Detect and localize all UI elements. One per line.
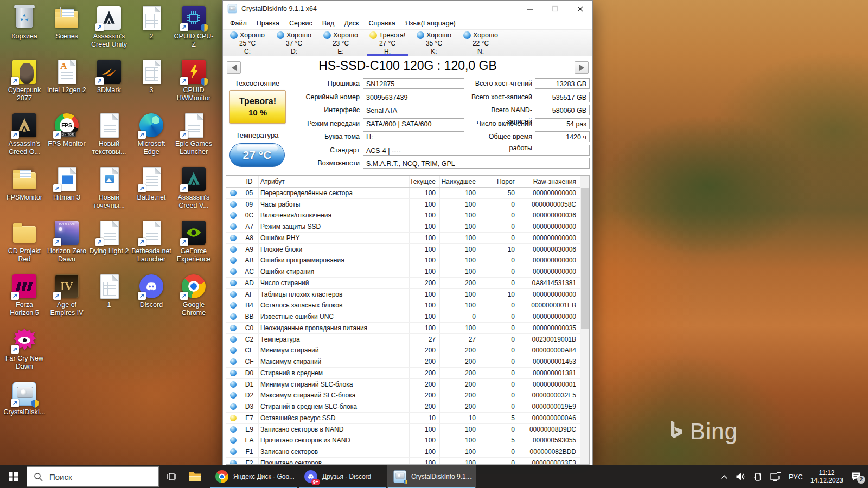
desktop-icon-chrome[interactable]: Google Chrome [173,272,215,325]
desktop-icon-nvidia[interactable]: GeForce Experience [173,218,215,272]
drive-tab-H[interactable]: Тревога!27 °CH: [364,30,411,56]
smart-row[interactable]: C2Температура2727000230019001B [226,334,589,345]
desktop-icon-doc-a[interactable]: Aintel 12gen 2 [46,57,88,111]
minimize-button[interactable] [518,1,542,17]
action-center-button[interactable]: 2 [851,472,861,481]
drive-tab-N[interactable]: Хорошо22 °CN: [457,30,504,56]
clock[interactable]: 11:12 14.12.2023 [810,469,843,484]
search-input[interactable] [48,472,143,482]
taskbar-button-discord[interactable]: 9+Друзья - Discord [298,465,387,488]
network-button[interactable] [770,472,781,481]
desktop-icon-discord[interactable]: Discord [130,272,173,325]
desktop-icon-doc-win[interactable]: Hitman 3 [46,164,88,218]
desktop-icon-hzd[interactable]: Horizon Zero Dawn [46,218,88,272]
temperature-button[interactable]: 27 °C [229,143,285,167]
desktop-icon-cdi[interactable]: CrystalDiskI... [3,379,46,433]
desktop-icon-cpuz[interactable]: CPUID CPU-Z [173,3,215,57]
desktop-icon-folder-docs[interactable]: FPSMonitor [3,164,46,218]
desktop-icon-doc[interactable]: Bethesda.net Launcher [130,218,173,272]
language-indicator[interactable]: РУС [789,473,803,481]
menu-item-[interactable]: Диск [339,20,363,27]
task-view-button[interactable] [159,465,183,488]
smart-row[interactable]: F2Прочитано секторов10010000000000033E3 [226,458,589,465]
close-button[interactable] [567,1,592,17]
smart-row[interactable]: D1Минимум стираний SLC-блока200200000000… [226,379,589,390]
next-drive-button[interactable] [575,61,589,74]
desktop-icon-doc[interactable]: Новый текстовы... [88,111,130,164]
desktop-icon-ac-white[interactable]: Assassin's Creed Unity [88,3,130,57]
desktop-icon-cp77[interactable]: Cyberpunk 2077 [3,57,46,111]
drive-tab-D[interactable]: Хорошо37 °CD: [271,30,317,56]
smart-row[interactable]: AFТаблицы плохих кластеров10010010000000… [226,289,589,300]
menu-item-[interactable]: Файл [225,20,252,27]
volume-button[interactable] [736,472,746,481]
desktop-icon-doc-grid[interactable]: 3 [130,57,173,111]
smart-row[interactable]: E9Записано секторов в NAND10010000000000… [226,424,589,435]
smart-row[interactable]: A8Ошибки PHY1001000000000000000 [226,233,589,244]
smart-row[interactable]: E7Оставшийся ресурс SSD101050000000000A6 [226,413,589,424]
smart-attribute-table: ID Атрибут Текущее Наихудшее Порог Raw-з… [226,175,590,465]
previous-drive-button[interactable] [227,61,241,74]
drive-tab-C[interactable]: Хорошо25 °CC: [224,30,271,56]
shortcut-arrow-icon [53,184,61,192]
smart-row[interactable]: A7Режим защиты SSD1001000000000000000 [226,221,589,233]
desktop-icon-ac-teal[interactable]: Assassin's Creed V... [173,164,215,218]
drive-tab-E[interactable]: Хорошо23 °CE: [317,30,364,56]
desktop-icon-ac-gold[interactable]: Assassin's Creed O... [3,111,46,164]
smart-row[interactable]: F1Записано секторов1001000000000082BDD [226,446,589,458]
desktop-icon-aoe[interactable]: IVAge of Empires IV [46,272,88,325]
smart-row[interactable]: D2Максимум стираний SLC-блока20020000000… [226,390,589,402]
smart-row[interactable]: BBИзвестные ошибки UNC10000000000000000 [226,311,589,323]
desktop-icon-doc[interactable]: Dying Light 2 [88,218,130,272]
desktop-icon-doc[interactable]: Epic Games Launcher [173,111,215,164]
device-sync-button[interactable] [754,472,762,481]
smart-row[interactable]: C0Неожиданные пропадания питания10010000… [226,323,589,334]
desktop-icon-gauge[interactable]: FPSMONITORFPS Monitor [46,111,88,164]
taskbar-search[interactable] [27,466,159,487]
smart-row[interactable]: A9Плохие блоки10010010000000030006 [226,244,589,255]
drive-tab-K[interactable]: Хорошо35 °CK: [411,30,457,56]
menu-item-[interactable]: Сервис [284,20,317,27]
desktop-icon-dmark[interactable]: 3DMark [88,57,130,111]
table-scrollbar[interactable] [580,176,589,464]
health-status-button[interactable]: Тревога! 10 % [229,90,286,124]
file-explorer-button[interactable] [183,465,207,488]
smart-row[interactable]: ACОшибки стирания1001000000000000000 [226,266,589,278]
taskbar-button-chrome[interactable]: Яндекс Диск - Goo... [209,465,298,488]
desktop-icon-edge[interactable]: Microsoft Edge [130,111,173,164]
tray-expand-button[interactable] [720,474,728,479]
desktop-icon-hwmon[interactable]: CPUID HWMonitor [173,57,215,111]
desktop-icon-folder-docs[interactable]: Scenes [46,3,88,57]
desktop-icon-bin[interactable]: Корзина [3,3,46,57]
desktop-icon-folder[interactable]: CD Projekt Red [3,218,46,272]
smart-row[interactable]: 09Часы работы100100000000000058C [226,199,589,210]
desktop-icon-farcry[interactable]: Far Cry New Dawn [3,325,46,379]
desktop-icon-doc-grid[interactable]: 1 [88,272,130,325]
smart-row[interactable]: EAПрочитано секторов из NAND100100500000… [226,435,589,447]
menu-item-[interactable]: Справка [364,20,400,27]
row-worst: 200 [440,390,480,401]
desktop-icon-doc-img[interactable]: Новый точечны... [88,164,130,218]
smart-row[interactable]: ABОшибки программирования100100000000000… [226,255,589,267]
doc-icon [181,112,207,138]
smart-row[interactable]: CEМинимум стираний2002000000000000A84 [226,345,589,357]
scrollbar-thumb[interactable] [581,188,589,329]
smart-row[interactable]: B4Осталось запасных блоков10010000000000… [226,300,589,312]
smart-row[interactable]: ADЧисло стираний20020000A8414531381 [226,278,589,289]
start-button[interactable] [0,465,26,488]
smart-row[interactable]: 0CВключения/отключения100100000000000003… [226,210,589,222]
smart-row[interactable]: D3Стираний в среднем SLC-блока2002000000… [226,401,589,413]
menu-item-[interactable]: Вид [317,20,340,27]
desktop-icon-forza[interactable]: Forza Horizon 5 [3,272,46,325]
maximize-button[interactable] [542,1,567,17]
menu-item-language[interactable]: Язык(Language) [400,20,461,27]
taskbar-button-cdi[interactable]: CrystalDiskInfo 9.1.... [387,465,476,488]
smart-row[interactable]: CFМаксимум стираний2002000000000001453 [226,356,589,368]
desktop-icon-doc-grid[interactable]: 2 [130,3,173,57]
window-titlebar[interactable]: CrystalDiskInfo 9.1.1 x64 [223,1,592,17]
status-orb-icon [369,31,377,39]
desktop-icon-doc[interactable]: Battle.net [130,164,173,218]
smart-row[interactable]: 05Перераспределённые сектора100100500000… [226,188,589,199]
menu-item-[interactable]: Правка [252,20,284,27]
smart-row[interactable]: D0Стираний в среднем2002000000000001381 [226,368,589,379]
